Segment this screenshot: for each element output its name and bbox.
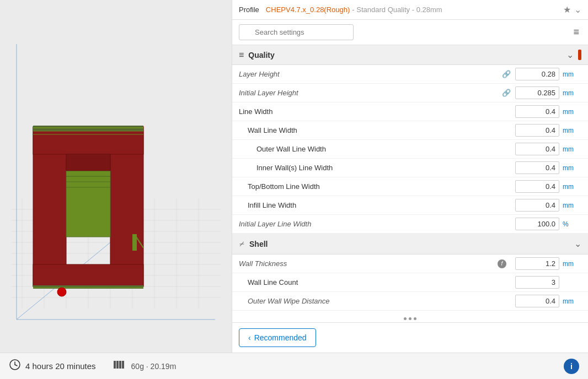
setting-value-wrapper: mm: [515, 180, 581, 193]
svg-line-47: [15, 365, 17, 366]
setting-name: Top/Bottom Line Width: [239, 182, 515, 191]
settings-panel: Profile CHEPV4.7.x_0.28(Rough) - Standar…: [232, 0, 588, 353]
clock-icon: [9, 359, 21, 373]
setting-name: Initial Layer Height: [239, 89, 502, 97]
profile-label: Profile: [239, 6, 259, 14]
initial-layer-line-width-input[interactable]: [515, 218, 559, 230]
infill-line-width-unit: mm: [563, 202, 576, 209]
search-wrapper: 🔍: [239, 24, 566, 40]
table-row: Wall Line Width mm: [232, 121, 588, 140]
viewport-3d: [0, 0, 232, 353]
table-row: Layer Height 🔗 mm: [232, 65, 588, 84]
menu-button[interactable]: ≡: [571, 24, 581, 40]
setting-name: Outer Wall Wipe Distance: [239, 297, 515, 305]
layer-height-input[interactable]: [515, 68, 559, 80]
setting-value-wrapper: mm: [515, 295, 581, 307]
link-icon[interactable]: 🔗: [502, 89, 511, 97]
setting-name: Wall Line Width: [239, 126, 515, 134]
layer-height-unit: mm: [563, 71, 576, 78]
recommended-label: Recommended: [254, 333, 307, 342]
svg-rect-49: [116, 361, 119, 369]
setting-name: Outer Wall Line Width: [239, 145, 515, 153]
search-input[interactable]: [239, 24, 354, 40]
function-icon[interactable]: f: [498, 259, 506, 268]
profile-actions: ★ ⌄: [563, 4, 581, 15]
line-width-unit: mm: [563, 108, 576, 116]
setting-value-wrapper: mm: [515, 161, 581, 174]
svg-rect-50: [119, 361, 121, 369]
top-bottom-line-width-input[interactable]: [515, 180, 559, 193]
setting-name: Wall Line Count: [239, 278, 515, 286]
inner-wall-line-width-input[interactable]: [515, 161, 559, 174]
outer-wall-wipe-unit: mm: [563, 297, 576, 305]
profile-value[interactable]: CHEPV4.7.x_0.28(Rough): [266, 6, 350, 14]
setting-value-wrapper: mm: [515, 257, 581, 270]
quality-color-bar: [578, 50, 581, 60]
svg-rect-48: [114, 361, 116, 369]
status-bar: 4 hours 20 minutes 60g · 20.19m i: [0, 353, 588, 379]
table-row: Outer Wall Line Width mm: [232, 140, 588, 159]
initial-layer-height-input[interactable]: [515, 86, 559, 99]
profile-row: Profile CHEPV4.7.x_0.28(Rough) - Standar…: [232, 0, 588, 20]
recommended-button[interactable]: ‹ Recommended: [239, 328, 316, 347]
search-bar-row: 🔍 ≡: [232, 20, 588, 45]
wall-line-width-unit: mm: [563, 127, 576, 134]
table-row: Wall Line Count: [232, 273, 588, 292]
table-row: Top/Bottom Line Width mm: [232, 177, 588, 196]
wall-thickness-input[interactable]: [515, 257, 559, 270]
material-text: 60g · 20.19m: [131, 362, 177, 371]
shell-icon: ⌿: [239, 238, 245, 250]
quality-title: Quality: [248, 51, 566, 59]
wall-line-count-input[interactable]: [515, 276, 559, 289]
quality-section-header[interactable]: ≡ Quality ⌄: [232, 45, 588, 65]
setting-value-wrapper: mm: [515, 105, 581, 118]
setting-name: Wall Thickness: [239, 259, 498, 268]
info-button[interactable]: i: [564, 359, 579, 374]
wall-line-width-input[interactable]: [515, 124, 559, 137]
svg-rect-32: [66, 171, 110, 237]
initial-layer-height-unit: mm: [563, 89, 576, 97]
setting-value-wrapper: mm: [515, 199, 581, 212]
shell-chevron: ⌄: [574, 239, 581, 249]
setting-value-wrapper: [515, 276, 581, 289]
setting-value-wrapper: mm: [515, 143, 581, 155]
setting-name: Initial Layer Line Width: [239, 220, 515, 228]
svg-rect-30: [33, 285, 143, 289]
svg-rect-43: [132, 234, 137, 251]
link-icon[interactable]: 🔗: [502, 70, 511, 78]
status-material: 60g · 20.19m: [114, 360, 177, 372]
settings-list: ≡ Quality ⌄ Layer Height 🔗 mm Initial La…: [232, 45, 588, 315]
line-width-input[interactable]: [515, 105, 559, 118]
table-row: Infill Line Width mm: [232, 196, 588, 215]
time-text: 4 hours 20 minutes: [25, 361, 96, 371]
bottom-bar: ‹ Recommended: [232, 322, 588, 353]
shell-title: Shell: [249, 240, 574, 248]
shell-section-header[interactable]: ⌿ Shell ⌄: [232, 234, 588, 255]
svg-point-41: [57, 288, 66, 296]
table-row: Inner Wall(s) Line Width mm: [232, 159, 588, 177]
infill-line-width-input[interactable]: [515, 199, 559, 212]
top-bottom-line-width-unit: mm: [563, 183, 576, 191]
setting-value-wrapper: %: [515, 218, 581, 230]
table-row: Line Width mm: [232, 102, 588, 121]
svg-marker-44: [66, 154, 110, 171]
outer-wall-wipe-input[interactable]: [515, 295, 559, 307]
outer-wall-line-width-input[interactable]: [515, 143, 559, 155]
setting-value-wrapper: mm: [515, 124, 581, 137]
star-icon[interactable]: ★: [563, 4, 571, 15]
svg-rect-51: [122, 361, 124, 369]
chevron-down-icon[interactable]: ⌄: [574, 4, 581, 15]
dot: [409, 317, 411, 320]
setting-value-wrapper: mm: [515, 86, 581, 99]
setting-value-wrapper: mm: [515, 68, 581, 80]
dot: [404, 317, 407, 320]
setting-name: Infill Line Width: [239, 201, 515, 209]
status-time: 4 hours 20 minutes: [9, 359, 96, 373]
table-row: Initial Layer Height 🔗 mm: [232, 84, 588, 102]
dot: [414, 317, 416, 320]
table-row: Outer Wall Wipe Distance mm: [232, 292, 588, 311]
svg-rect-29: [33, 264, 143, 286]
profile-quality: - Standard Quality - 0.28mm: [352, 6, 442, 14]
setting-name: Line Width: [239, 107, 515, 116]
inner-wall-line-width-unit: mm: [563, 164, 576, 172]
